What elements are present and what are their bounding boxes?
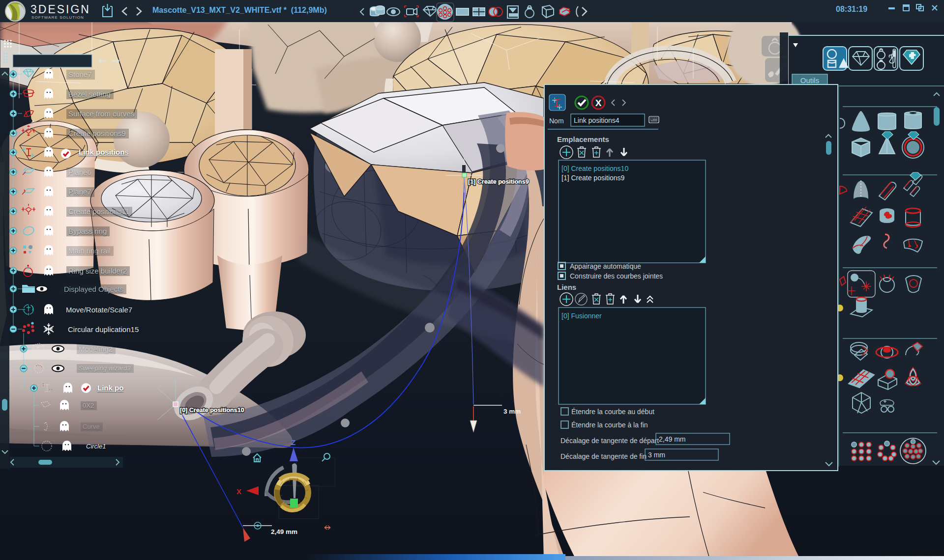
- svg-text:X: X: [595, 98, 602, 108]
- svg-text:Construire des courbes jointes: Construire des courbes jointes: [570, 272, 663, 280]
- svg-text:Nom: Nom: [549, 117, 564, 125]
- svg-text:Outils: Outils: [800, 76, 819, 84]
- svg-text:[1] Create positions9: [1] Create positions9: [468, 178, 529, 185]
- svg-text:Link positions4: Link positions4: [574, 116, 620, 124]
- svg-text:3 mm: 3 mm: [648, 451, 665, 459]
- svg-text:08:31:19: 08:31:19: [836, 5, 867, 13]
- svg-text:[0] Fusionner: [0] Fusionner: [561, 312, 602, 320]
- svg-text:[1] Create positions9: [1] Create positions9: [561, 174, 625, 182]
- svg-text:3 mm: 3 mm: [503, 408, 521, 415]
- svg-text:[0] Create positions10: [0] Create positions10: [561, 165, 628, 172]
- svg-text:Étendre la courbe au début: Étendre la courbe au début: [571, 408, 654, 416]
- svg-text:Appairage automatique: Appairage automatique: [570, 262, 641, 270]
- svg-text:Décalage de tangente de fin: Décalage de tangente de fin: [560, 452, 647, 460]
- svg-text:Liens: Liens: [557, 283, 576, 291]
- svg-text:Décalage de tangente de départ: Décalage de tangente de départ: [560, 437, 659, 445]
- svg-text:Z: Z: [291, 438, 295, 447]
- svg-text:2,49 mm: 2,49 mm: [659, 435, 685, 443]
- svg-text:Emplacements: Emplacements: [557, 135, 609, 143]
- svg-text:Étendre la courbe à la fin: Étendre la courbe à la fin: [571, 421, 648, 429]
